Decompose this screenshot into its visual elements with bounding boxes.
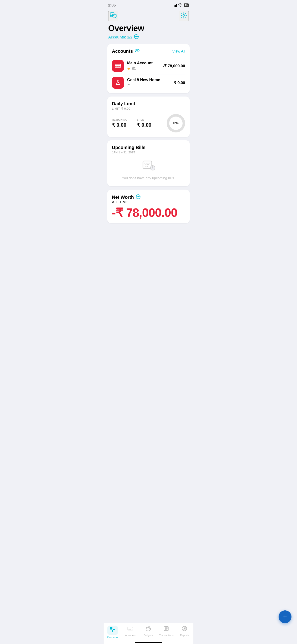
svg-rect-31 <box>148 164 150 165</box>
status-icons: 29 <box>173 4 189 7</box>
chat-button[interactable] <box>108 11 118 21</box>
page-title: Overview <box>108 24 189 33</box>
svg-rect-30 <box>146 164 148 165</box>
svg-rect-18 <box>135 68 135 69</box>
net-worth-amount: -₹ 78,000.00 <box>112 206 185 218</box>
account-item-goal[interactable]: Goal // New Home ₹ 0.00 <box>112 74 185 89</box>
daily-limit-body: REMAINING ₹ 0.00 SPENT ₹ 0.00 0% <box>112 114 185 132</box>
svg-point-2 <box>183 14 185 16</box>
account-name-main: Main Account <box>127 61 163 66</box>
svg-marker-24 <box>128 84 130 85</box>
status-time: 2:36 <box>108 3 116 7</box>
accounts-filter-label: Accounts: 2/2 <box>108 35 132 40</box>
account-icon-main <box>112 60 124 72</box>
account-badges-main: ★ <box>127 66 163 71</box>
account-badges-goal <box>127 83 174 88</box>
status-bar: 2:36 29 <box>104 0 194 9</box>
accounts-filter[interactable]: Accounts: 2/2 <box>108 34 189 40</box>
svg-rect-29 <box>144 164 145 165</box>
account-amount-main: -₹ 78,000.00 <box>163 64 185 68</box>
svg-rect-12 <box>115 65 121 66</box>
flag-icon <box>127 83 131 88</box>
net-worth-subtitle: ALL TIME <box>112 200 185 204</box>
accounts-card-header: Accounts View All <box>112 48 185 54</box>
upcoming-bills-card: Upcoming Bills JAN 1 – 31, 2025 You don'… <box>107 140 190 186</box>
account-icon-goal <box>112 77 124 89</box>
svg-point-36 <box>152 168 153 169</box>
battery-icon: 29 <box>184 4 189 7</box>
filter-icon <box>134 34 139 40</box>
remaining-stat: REMAINING ₹ 0.00 <box>112 118 132 128</box>
spent-label: SPENT <box>137 118 151 121</box>
account-amount-goal: ₹ 0.00 <box>174 80 185 85</box>
svg-rect-13 <box>116 66 117 67</box>
net-worth-title: Net Worth <box>112 195 134 200</box>
star-icon: ★ <box>127 66 130 71</box>
bills-empty-state: You don't have any upcoming bills. <box>112 154 185 182</box>
accounts-title-row: Accounts <box>112 48 140 54</box>
bills-date-range: JAN 1 – 31, 2025 <box>112 151 185 154</box>
bills-empty-icon <box>142 160 155 173</box>
bank-icon <box>132 66 136 71</box>
daily-limit-title: Daily Limit <box>112 101 135 106</box>
gear-icon <box>180 12 187 20</box>
wifi-icon <box>178 4 182 7</box>
svg-point-38 <box>138 196 139 198</box>
bills-empty-text: You don't have any upcoming bills. <box>122 176 175 180</box>
donut-inner: 0% <box>169 116 182 130</box>
svg-rect-14 <box>118 66 118 67</box>
svg-rect-17 <box>134 68 134 69</box>
svg-rect-33 <box>146 166 148 167</box>
eye-icon[interactable] <box>135 49 140 54</box>
account-info-main: Main Account ★ <box>127 61 163 71</box>
signal-icon <box>173 4 177 7</box>
spent-value: ₹ 0.00 <box>137 122 151 128</box>
daily-limit-card: Daily Limit LIMIT: ₹ 0.00 REMAINING ₹ 0.… <box>107 96 190 137</box>
donut-chart: 0% <box>167 114 185 132</box>
main-content: Accounts View All <box>104 41 194 257</box>
svg-point-4 <box>136 36 137 37</box>
daily-limit-subtitle: LIMIT: ₹ 0.00 <box>112 107 185 110</box>
account-info-goal: Goal // New Home <box>127 78 174 88</box>
app-header <box>104 9 194 22</box>
remaining-label: REMAINING <box>112 118 127 121</box>
accounts-card-title: Accounts <box>112 48 133 54</box>
remaining-value: ₹ 0.00 <box>112 122 127 128</box>
net-worth-card: Net Worth ALL TIME -₹ 78,000.00 <box>107 190 190 223</box>
svg-rect-32 <box>144 166 145 167</box>
net-worth-title-row: Net Worth <box>112 194 185 200</box>
accounts-card: Accounts View All <box>107 44 190 93</box>
svg-point-9 <box>137 50 138 51</box>
svg-rect-20 <box>132 69 136 70</box>
upcoming-bills-title: Upcoming Bills <box>112 145 146 150</box>
page-title-section: Overview Accounts: 2/2 <box>104 22 194 41</box>
spent-stat: SPENT ₹ 0.00 <box>132 118 151 128</box>
svg-point-21 <box>117 80 118 82</box>
view-all-button[interactable]: View All <box>172 49 185 54</box>
net-worth-info-icon[interactable] <box>136 194 141 200</box>
svg-marker-19 <box>132 66 136 68</box>
daily-limit-header: Daily Limit LIMIT: ₹ 0.00 <box>112 101 185 110</box>
donut-label: 0% <box>173 121 178 125</box>
settings-button[interactable] <box>179 11 189 21</box>
svg-rect-15 <box>132 68 133 69</box>
account-item-main[interactable]: Main Account ★ -₹ 78, <box>112 58 185 74</box>
chat-icon <box>110 12 117 20</box>
account-name-goal: Goal // New Home <box>127 78 174 82</box>
svg-rect-16 <box>133 68 134 69</box>
limit-stats: REMAINING ₹ 0.00 SPENT ₹ 0.00 <box>112 118 151 128</box>
